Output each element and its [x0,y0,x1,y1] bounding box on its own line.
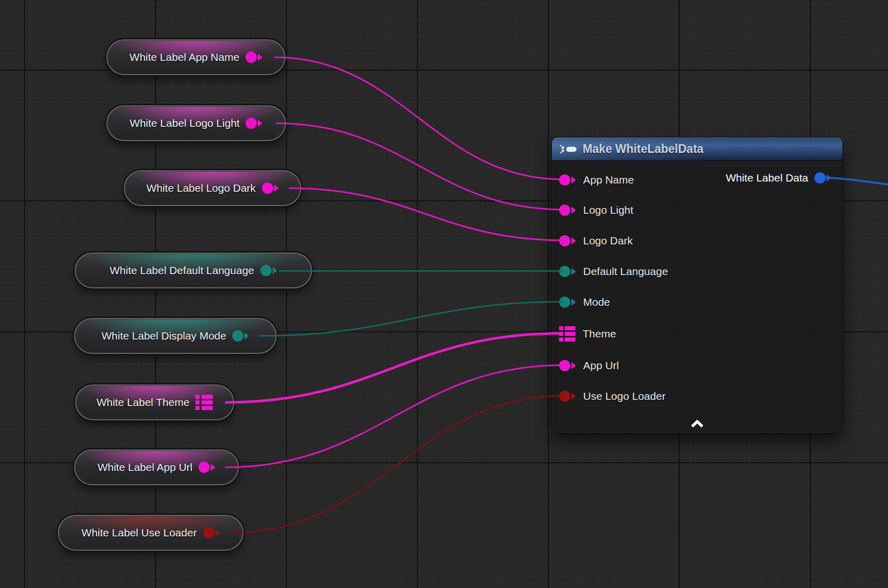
pin-label: App Url [583,359,619,372]
node-label: White Label App Url [98,461,193,473]
pin-row-logo-light: Logo Light [559,202,633,218]
struct-grid-icon [559,326,575,342]
node-white-label-use-loader[interactable]: White Label Use Loader [58,515,243,551]
node-make-whitelabeldata[interactable]: ↘↗ Make WhiteLabelData App Name Logo Lig… [551,137,843,434]
node-label: White Label App Name [129,51,239,63]
node-label: White Label Use Loader [81,527,196,539]
wire-logo-dark[interactable] [289,188,564,240]
node-label: White Label Default Language [109,264,254,277]
struct-grid-icon [195,395,213,410]
text-output-pin[interactable] [260,265,277,276]
text-input-pin[interactable] [559,297,576,308]
string-input-pin[interactable] [559,360,576,371]
node-white-label-default-language[interactable]: White Label Default Language [75,253,312,288]
pin-label: Use Logo Loader [583,390,665,402]
pin-label: Logo Dark [583,235,633,247]
node-white-label-app-url[interactable]: White Label App Url [74,449,239,485]
text-output-pin[interactable] [232,330,249,342]
node-header[interactable]: ↘↗ Make WhiteLabelData [552,138,842,161]
wire-app-name[interactable] [274,57,564,179]
wire-display-mode[interactable] [258,302,564,336]
boolean-input-pin[interactable] [559,391,576,402]
node-white-label-theme[interactable]: White Label Theme [75,385,234,420]
make-struct-icon: ↘↗ [559,144,576,154]
string-output-pin[interactable] [246,118,262,129]
wire-use-loader[interactable] [231,396,564,533]
node-label: White Label Theme [97,396,190,409]
pin-row-white-label-data: White Label Data [726,170,831,186]
node-title: Make WhiteLabelData [583,142,703,156]
pin-label: Default Language [583,265,668,278]
string-input-pin[interactable] [559,174,576,186]
pin-label: App Name [583,174,634,186]
blueprint-graph-canvas[interactable]: White Label App Name White Label Logo Li… [0,0,888,588]
boolean-output-pin[interactable] [203,527,220,538]
node-white-label-logo-light[interactable]: White Label Logo Light [106,105,286,141]
node-white-label-app-name[interactable]: White Label App Name [106,39,285,75]
struct-input-pin[interactable] [559,326,575,342]
wire-logo-light[interactable] [276,123,564,210]
chevron-up-icon [691,420,704,428]
string-input-pin[interactable] [559,205,576,216]
string-output-pin[interactable] [246,52,262,63]
pin-label: Mode [583,296,610,308]
pin-row-default-language: Default Language [559,264,668,279]
collapse-node-button[interactable] [691,420,704,430]
pin-label: Logo Light [583,204,633,216]
pin-row-mode: Mode [559,295,610,310]
text-input-pin[interactable] [559,266,576,277]
pin-row-app-url: App Url [559,358,619,373]
pin-row-theme: Theme [559,326,616,342]
pin-row-use-logo-loader: Use Logo Loader [559,389,665,404]
node-white-label-logo-dark[interactable]: White Label Logo Dark [124,170,301,206]
node-label: White Label Logo Dark [146,182,256,194]
wire-app-url[interactable] [225,365,564,467]
struct-output-pin[interactable] [814,172,831,184]
node-label: White Label Display Mode [102,330,227,342]
wire-theme[interactable] [225,333,561,402]
pin-row-logo-dark: Logo Dark [559,233,633,248]
pin-label: Theme [583,328,616,340]
pin-row-app-name: App Name [559,172,634,188]
struct-output-pin[interactable] [195,395,213,410]
pin-label: White Label Data [726,172,808,184]
string-output-pin[interactable] [198,462,215,473]
string-output-pin[interactable] [262,183,279,194]
string-input-pin[interactable] [559,235,576,246]
node-label: White Label Logo Light [130,117,240,129]
node-white-label-display-mode[interactable]: White Label Display Mode [74,318,277,354]
